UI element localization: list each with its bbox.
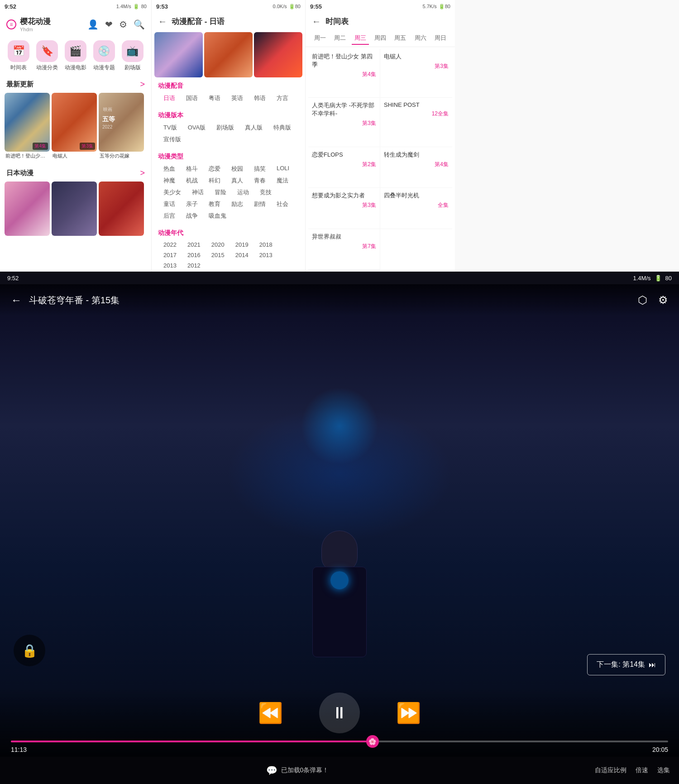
schedule-item-2[interactable]: 人类毛病大学 -不死学部不幸学科- 第3集 [308, 98, 380, 147]
ver-tag-special[interactable]: 特典版 [268, 122, 296, 134]
type-tag-20[interactable]: 励志 [226, 198, 249, 210]
era-tag-2[interactable]: 2020 [206, 239, 230, 250]
user-icon[interactable]: 👤 [87, 19, 99, 30]
type-tag-14[interactable]: 冒险 [209, 186, 232, 198]
quick-nav-special[interactable]: 💿 动漫专题 [93, 40, 115, 72]
era-tag-0[interactable]: 2022 [158, 239, 182, 250]
type-tag-24[interactable]: 战争 [181, 210, 203, 222]
latest-more-btn[interactable]: > [140, 80, 145, 89]
search-icon[interactable]: 🔍 [134, 19, 145, 30]
play-pause-btn[interactable]: ⏸ [319, 693, 360, 733]
rewind-btn[interactable]: ⏪ [258, 701, 283, 725]
menu-icon[interactable]: ≡ [6, 19, 16, 29]
forward-btn[interactable]: ⏩ [396, 701, 421, 725]
schedule-item-8[interactable]: 异世界叔叔 第7集 [308, 229, 380, 270]
day-周三[interactable]: 周三 [352, 32, 369, 45]
player-battery-icon: 🔋 [655, 275, 662, 282]
era-tag-10[interactable]: 2013 [158, 260, 182, 271]
quick-nav-schedule[interactable]: 📅 时间表 [8, 40, 29, 72]
dub-tag-korean[interactable]: 韩语 [249, 92, 271, 104]
type-tag-9[interactable]: 真人 [226, 175, 249, 186]
ver-tag-real[interactable]: 真人版 [239, 122, 268, 134]
type-tag-21[interactable]: 剧情 [249, 198, 271, 210]
schedule-item-0[interactable]: 前进吧！登山少女 第四季 第4集 [308, 49, 380, 98]
schedule-item-1[interactable]: 电锯人 第3集 [380, 49, 452, 98]
player-back-btn[interactable]: ← [11, 294, 22, 306]
type-tag-8[interactable]: 科幻 [203, 175, 226, 186]
banner-1[interactable] [204, 32, 253, 77]
type-tag-6[interactable]: 神魔 [158, 175, 181, 186]
next-episode-btn[interactable]: 下一集: 第14集 ⏭ [587, 654, 665, 675]
type-tag-15[interactable]: 运动 [232, 186, 254, 198]
era-tag-5[interactable]: 2017 [158, 250, 182, 260]
day-周一[interactable]: 周一 [311, 32, 329, 45]
type-tag-23[interactable]: 后宫 [158, 210, 181, 222]
dub-tag-mandarin[interactable]: 国语 [181, 92, 203, 104]
ver-tag-theater[interactable]: 剧场版 [211, 122, 239, 134]
type-tag-10[interactable]: 青春 [249, 175, 271, 186]
episode-btn[interactable]: 选集 [657, 766, 670, 774]
back-btn-p2[interactable]: ← [158, 16, 167, 27]
type-tag-0[interactable]: 热血 [158, 163, 181, 175]
progress-bar[interactable]: 🌸 [11, 741, 668, 742]
era-tag-9[interactable]: 2013 [254, 250, 278, 260]
ver-tag-promo[interactable]: 宣传版 [158, 134, 186, 145]
player-battery: 80 [665, 275, 672, 282]
day-周六[interactable]: 周六 [412, 32, 429, 45]
schedule-item-7[interactable]: 四叠半时光机 全集 [380, 188, 452, 229]
quick-nav-theater[interactable]: 📺 剧场版 [122, 40, 143, 72]
era-tag-7[interactable]: 2015 [206, 250, 230, 260]
schedule-item-4[interactable]: 恋爱FLOPS 第2集 [308, 147, 380, 188]
type-tag-2[interactable]: 恋爱 [203, 163, 226, 175]
day-周四[interactable]: 周四 [372, 32, 389, 45]
type-tag-5[interactable]: LOLI [271, 163, 295, 175]
day-周二[interactable]: 周二 [331, 32, 349, 45]
ver-tag-ova[interactable]: OVA版 [182, 122, 211, 134]
schedule-item-6[interactable]: 想要成为影之实力者 第3集 [308, 188, 380, 229]
type-tag-12[interactable]: 美少女 [158, 186, 186, 198]
type-tag-22[interactable]: 社会 [271, 198, 294, 210]
era-tag-3[interactable]: 2019 [230, 239, 254, 250]
schedule-ep-0: 第4集 [312, 71, 376, 78]
day-周五[interactable]: 周五 [392, 32, 409, 45]
type-tag-7[interactable]: 机战 [181, 175, 203, 186]
schedule-ep-8: 第7集 [312, 243, 376, 250]
player-settings-icon[interactable]: ⚙ [658, 294, 668, 306]
era-tag-11[interactable]: 2012 [182, 260, 206, 271]
settings-icon[interactable]: ⚙ [119, 19, 127, 30]
schedule-item-3[interactable]: SHINE POST 12全集 [380, 98, 452, 147]
era-tag-1[interactable]: 2021 [182, 239, 206, 250]
type-tag-4[interactable]: 搞笑 [249, 163, 271, 175]
type-tag-19[interactable]: 教育 [203, 198, 226, 210]
heart-icon[interactable]: ❤ [105, 19, 113, 30]
danmu-toggle[interactable]: 💬 已加载0条弹幕！ [266, 765, 329, 776]
dub-tag-dialect[interactable]: 方言 [271, 92, 294, 104]
era-tag-6[interactable]: 2016 [182, 250, 206, 260]
day-周日[interactable]: 周日 [432, 32, 449, 45]
type-tag-25[interactable]: 吸血鬼 [203, 210, 232, 222]
type-tag-1[interactable]: 格斗 [181, 163, 203, 175]
dub-tag-cantonese[interactable]: 粤语 [203, 92, 226, 104]
dub-tag-japanese[interactable]: 日语 [158, 92, 181, 104]
quick-nav-movie[interactable]: 🎬 动漫电影 [65, 40, 86, 72]
type-tag-13[interactable]: 神话 [186, 186, 209, 198]
era-tag-4[interactable]: 2018 [254, 239, 278, 250]
era-tag-8[interactable]: 2014 [230, 250, 254, 260]
cast-icon[interactable]: ⬡ [638, 294, 647, 306]
banner-0[interactable] [154, 32, 203, 77]
lock-btn[interactable]: 🔒 [14, 635, 45, 666]
type-tag-16[interactable]: 竞技 [254, 186, 277, 198]
speed-btn[interactable]: 倍速 [636, 766, 648, 774]
type-tag-17[interactable]: 童话 [158, 198, 181, 210]
type-tag-3[interactable]: 校园 [226, 163, 249, 175]
dub-tag-english[interactable]: 英语 [226, 92, 249, 104]
ratio-btn[interactable]: 自适应比例 [595, 766, 626, 774]
ver-tag-tv[interactable]: TV版 [158, 122, 182, 134]
japan-more-btn[interactable]: > [140, 168, 145, 178]
banner-2[interactable] [254, 32, 302, 77]
quick-nav-category[interactable]: 🔖 动漫分类 [36, 40, 58, 72]
schedule-item-5[interactable]: 转生成为魔剑 第4集 [380, 147, 452, 188]
back-btn-p3[interactable]: ← [312, 16, 321, 27]
type-tag-11[interactable]: 魔法 [271, 175, 294, 186]
type-tag-18[interactable]: 亲子 [181, 198, 203, 210]
